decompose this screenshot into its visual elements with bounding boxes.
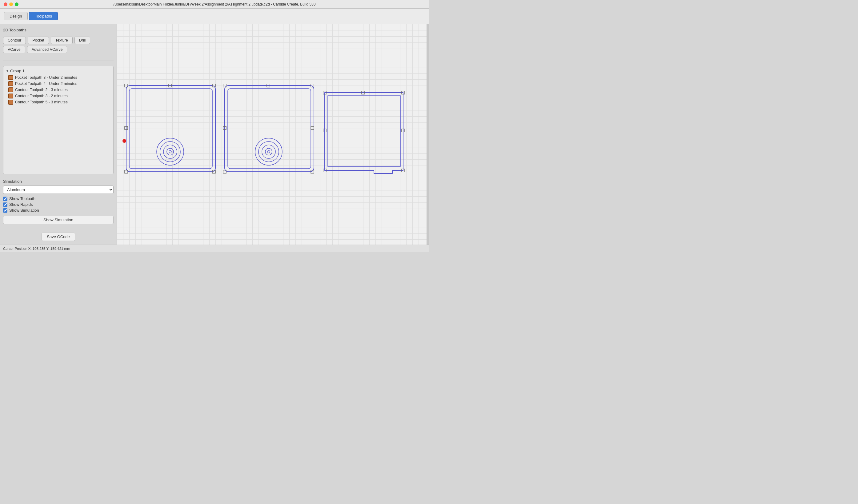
item-label: Contour Toolpath 2 - 3 minutes: [15, 88, 68, 92]
show-simulation-checkbox[interactable]: [3, 208, 7, 213]
part2-svg: [223, 84, 317, 175]
svg-rect-0: [126, 85, 216, 172]
window-controls: [4, 2, 18, 6]
svg-point-8: [157, 138, 184, 165]
toolpaths-label: 2D Toolpaths: [3, 28, 114, 32]
show-simulation-button[interactable]: Show Simulation: [3, 216, 114, 224]
toolpath-icon: [8, 94, 13, 98]
vcarve-button[interactable]: VCarve: [3, 46, 25, 53]
svg-rect-1: [129, 88, 212, 168]
show-rapids-row: Show Rapids: [3, 202, 114, 207]
origin-marker: [123, 139, 126, 143]
svg-point-23: [258, 142, 279, 162]
show-toolpath-label: Show Toolpath: [9, 196, 35, 201]
toolpath-icon: [8, 100, 13, 104]
advanced-vcarve-button[interactable]: Advanced VCarve: [27, 46, 67, 53]
list-item[interactable]: Contour Toolpath 5 - 3 minutes: [6, 99, 111, 105]
simulation-section: Simulation Aluminum Wood Steel Plastic S…: [3, 179, 114, 241]
part3-svg: [322, 91, 408, 174]
top-bar: Design Toolpaths: [0, 9, 429, 24]
item-label: Pocket Toolpath 3 - Under 2 minutes: [15, 76, 77, 80]
svg-rect-21: [311, 127, 314, 130]
show-rapids-checkbox[interactable]: [3, 202, 7, 207]
item-label: Pocket Toolpath 4 - Under 2 minutes: [15, 82, 77, 86]
svg-point-9: [160, 142, 180, 162]
save-gcode-button[interactable]: Save GCode: [42, 233, 75, 241]
show-simulation-row: Show Simulation: [3, 208, 114, 213]
list-item[interactable]: Pocket Toolpath 4 - Under 2 minutes: [6, 81, 111, 87]
svg-point-22: [255, 138, 282, 165]
drill-button[interactable]: Drill: [75, 37, 91, 44]
divider1: [3, 61, 114, 61]
window-title: /Users/maxsun/Desktop/Main Folder/Junior…: [114, 2, 316, 6]
group1-header[interactable]: ▼ Group 1: [6, 69, 111, 73]
group-arrow-icon: ▼: [6, 69, 9, 72]
svg-point-26: [267, 150, 270, 153]
toolpath-list: ▼ Group 1 Pocket Toolpath 3 - Under 2 mi…: [3, 66, 114, 174]
show-rapids-label: Show Rapids: [9, 202, 33, 207]
svg-point-10: [163, 145, 177, 159]
list-item[interactable]: Contour Toolpath 2 - 3 minutes: [6, 87, 111, 93]
list-item[interactable]: Contour Toolpath 3 - 2 minutes: [6, 93, 111, 99]
pocket-button[interactable]: Pocket: [28, 37, 49, 44]
texture-button[interactable]: Texture: [51, 37, 73, 44]
maximize-button[interactable]: [15, 2, 18, 6]
minimize-button[interactable]: [9, 2, 13, 6]
part2: [223, 84, 317, 176]
list-item[interactable]: Pocket Toolpath 3 - Under 2 minutes: [6, 75, 111, 81]
svg-rect-14: [228, 88, 311, 168]
sidebar: 2D Toolpaths Contour Pocket Texture Dril…: [0, 24, 117, 245]
group1-label: Group 1: [10, 69, 25, 73]
svg-rect-13: [225, 85, 314, 172]
svg-point-12: [169, 150, 171, 153]
part1-svg: [125, 84, 219, 175]
svg-point-24: [262, 145, 275, 159]
toolpath-icon: [8, 81, 13, 86]
svg-point-25: [265, 148, 272, 155]
status-bar: Cursor Position X: 105.235 Y: 159.421 mm: [0, 245, 429, 252]
contour-button[interactable]: Contour: [3, 37, 26, 44]
title-bar: /Users/maxsun/Desktop/Main Folder/Junior…: [0, 0, 429, 9]
svg-point-11: [167, 148, 174, 155]
scrollbar[interactable]: [427, 24, 429, 245]
work-area-left-border: [117, 82, 117, 245]
svg-rect-27: [328, 96, 400, 166]
part3: [322, 91, 408, 175]
toolpath-icon: [8, 87, 13, 92]
material-dropdown[interactable]: Aluminum Wood Steel Plastic: [3, 185, 114, 194]
show-toolpath-row: Show Toolpath: [3, 196, 114, 201]
show-toolpath-checkbox[interactable]: [3, 197, 7, 201]
design-tab[interactable]: Design: [4, 12, 28, 20]
part1: [125, 84, 219, 176]
cursor-position: Cursor Position X: 105.235 Y: 159.421 mm: [3, 247, 70, 250]
toolpaths-tab[interactable]: Toolpaths: [29, 12, 58, 20]
show-simulation-label: Show Simulation: [9, 208, 39, 213]
simulation-label: Simulation: [3, 179, 114, 184]
canvas-area: [117, 24, 429, 245]
item-label: Contour Toolpath 5 - 3 minutes: [15, 100, 68, 104]
item-label: Contour Toolpath 3 - 2 minutes: [15, 94, 68, 98]
toolpath-icon: [8, 75, 13, 80]
toolpath-buttons: Contour Pocket Texture Drill VCarve Adva…: [3, 37, 114, 53]
close-button[interactable]: [4, 2, 7, 6]
